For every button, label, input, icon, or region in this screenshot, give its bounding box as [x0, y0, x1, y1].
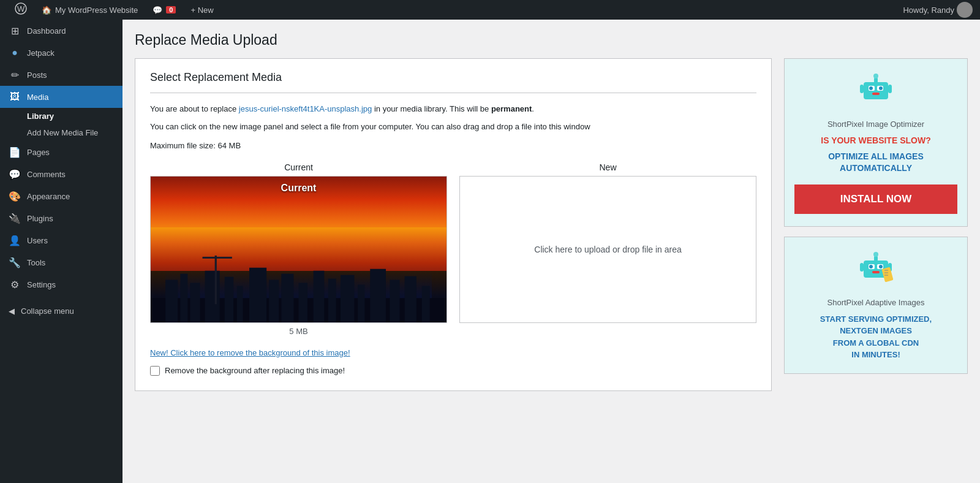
- content-layout: Select Replacement Media You are about t…: [135, 58, 968, 391]
- svg-rect-28: [872, 93, 880, 95]
- ad-sub-1: OPTIMIZE ALL IMAGES AUTOMATICALLY: [794, 151, 957, 175]
- bg-remove-checkbox[interactable]: [150, 366, 160, 376]
- sidebar-ads-panel: ShortPixel Image Optimizer IS YOUR WEBSI…: [784, 58, 968, 391]
- submenu-library[interactable]: Library: [0, 108, 123, 124]
- ad-title-2: ShortPixel Adaptive Images: [794, 298, 957, 307]
- svg-rect-12: [299, 283, 307, 322]
- sidebar-item-plugins[interactable]: 🔌 Plugins: [0, 207, 123, 229]
- current-image-panel: Current: [150, 162, 447, 336]
- media-submenu: Library Add New Media File: [0, 108, 123, 141]
- install-now-button[interactable]: INSTALL NOW: [794, 184, 957, 214]
- sidebar-item-users[interactable]: 👤 Users: [0, 229, 123, 251]
- adminbar-right: Howdy, Randy: [903, 2, 973, 18]
- section-title: Select Replacement Media: [150, 71, 756, 93]
- svg-rect-15: [341, 275, 355, 322]
- shortpixel-optimizer-ad: ShortPixel Image Optimizer IS YOUR WEBSI…: [784, 58, 968, 227]
- sidebar-item-comments[interactable]: 💬 Comments: [0, 163, 123, 185]
- sidebar-item-label: Comments: [27, 170, 66, 179]
- max-file-size: Maximum file size: 64 MB: [150, 141, 756, 150]
- svg-rect-7: [225, 276, 233, 322]
- sidebar-item-appearance[interactable]: 🎨 Appearance: [0, 185, 123, 207]
- ad-sub2-line3: FROM A GLOBAL CDN: [833, 338, 919, 348]
- comments-sidebar-icon: 💬: [9, 169, 21, 180]
- pages-icon: 📄: [9, 146, 21, 158]
- howdy-text: Howdy, Randy: [903, 6, 954, 15]
- sidebar-item-posts[interactable]: ✏ Posts: [0, 64, 123, 86]
- svg-rect-22: [203, 256, 232, 258]
- ad-sub2-line1: START SERVING OPTIMIZED,: [820, 314, 932, 324]
- svg-point-27: [879, 86, 883, 90]
- plugins-icon: 🔌: [9, 213, 21, 224]
- svg-rect-6: [205, 270, 220, 322]
- upload-drop-area[interactable]: Click here to upload or drop file in are…: [459, 176, 756, 323]
- new-image-panel: New Click here to upload or drop file in…: [459, 162, 756, 336]
- site-name-button[interactable]: 🏠 My WordPress Website: [34, 0, 145, 20]
- sidebar-item-label: Tools: [27, 258, 45, 267]
- svg-rect-13: [314, 270, 325, 322]
- submenu-add-new[interactable]: Add New Media File: [0, 124, 123, 141]
- dashboard-icon: ⊞: [9, 25, 21, 37]
- sidebar-item-settings[interactable]: ⚙ Settings: [0, 273, 123, 295]
- current-image-overlay-label: Current: [151, 183, 447, 194]
- sidebar-item-label: Users: [27, 236, 48, 245]
- comments-icon: 💬: [153, 6, 162, 15]
- wp-wrap: ⊞ Dashboard ● Jetpack ✏ Posts 🖼 Media Li…: [0, 20, 980, 483]
- upload-prompt-text: Click here to upload or drop file in are…: [534, 245, 681, 254]
- checkbox-label[interactable]: Remove the background after replacing th…: [165, 366, 345, 375]
- site-name-label: My WordPress Website: [55, 6, 138, 15]
- ad-headline-1: IS YOUR WEBSITE SLOW?: [794, 135, 957, 147]
- sidebar-item-label: Plugins: [27, 214, 53, 223]
- sidebar-item-label: Pages: [27, 148, 50, 157]
- sidebar-item-pages[interactable]: 📄 Pages: [0, 141, 123, 163]
- current-image-box: Current 2560 x 1707: [150, 176, 447, 323]
- checkbox-row: Remove the background after replacing th…: [150, 366, 756, 376]
- bg-remove-link[interactable]: New! Click here to remove the background…: [150, 348, 350, 357]
- svg-rect-38: [872, 271, 880, 273]
- sidebar-item-label: Jetpack: [27, 48, 55, 58]
- settings-icon: ⚙: [9, 279, 21, 291]
- ad-sub2-line4: IN MINUTES!: [851, 350, 900, 359]
- desc-before: You are about to replace: [150, 104, 239, 113]
- sidebar-item-label: Settings: [27, 280, 56, 289]
- svg-rect-17: [370, 268, 386, 322]
- new-button[interactable]: + New: [183, 0, 221, 20]
- wp-logo-button[interactable]: W: [7, 0, 34, 20]
- description-line2: You can click on the new image panel and…: [150, 121, 756, 134]
- svg-rect-19: [405, 276, 417, 322]
- svg-rect-21: [215, 256, 217, 304]
- svg-text:W: W: [17, 4, 25, 13]
- admin-bar: W 🏠 My WordPress Website 💬 0 + New Howdy…: [0, 0, 980, 20]
- sidebar-item-media[interactable]: 🖼 Media: [0, 86, 123, 108]
- page-wrap: Replace Media Upload Select Replacement …: [135, 32, 968, 391]
- ad-title-1: ShortPixel Image Optimizer: [794, 120, 957, 129]
- sidebar-item-dashboard[interactable]: ⊞ Dashboard: [0, 20, 123, 42]
- sidebar-item-tools[interactable]: 🔧 Tools: [0, 251, 123, 273]
- svg-point-37: [879, 265, 883, 268]
- svg-rect-8: [237, 286, 243, 322]
- filename-link[interactable]: jesus-curiel-nskeft4t1KA-unsplash.jpg: [239, 104, 372, 113]
- svg-rect-5: [190, 283, 200, 322]
- svg-rect-14: [328, 278, 336, 322]
- sidebar-item-label: Appearance: [27, 192, 70, 201]
- main-content: Replace Media Upload Select Replacement …: [123, 20, 980, 483]
- home-icon: 🏠: [42, 6, 51, 15]
- sidebar-item-label: Media: [27, 93, 48, 102]
- admin-sidebar: ⊞ Dashboard ● Jetpack ✏ Posts 🖼 Media Li…: [0, 20, 123, 483]
- svg-point-40: [873, 252, 878, 257]
- user-avatar[interactable]: [957, 2, 973, 18]
- permanent-text: permanent: [491, 104, 532, 113]
- svg-rect-20: [422, 286, 430, 322]
- collapse-menu-button[interactable]: ◀ Collapse menu: [0, 300, 123, 322]
- new-label: New: [459, 162, 756, 172]
- sidebar-item-jetpack[interactable]: ● Jetpack: [0, 42, 123, 64]
- svg-point-30: [873, 74, 878, 78]
- tools-icon: 🔧: [9, 257, 21, 268]
- sidebar-item-label: Dashboard: [27, 26, 66, 36]
- users-icon: 👤: [9, 235, 21, 246]
- media-icon: 🖼: [9, 91, 21, 102]
- appearance-icon: 🎨: [9, 191, 21, 202]
- image-panels: Current: [150, 162, 756, 336]
- bg-remove-paragraph: New! Click here to remove the background…: [150, 348, 756, 357]
- comments-button[interactable]: 💬 0: [145, 0, 183, 20]
- file-size-label: 5 MB: [150, 327, 447, 336]
